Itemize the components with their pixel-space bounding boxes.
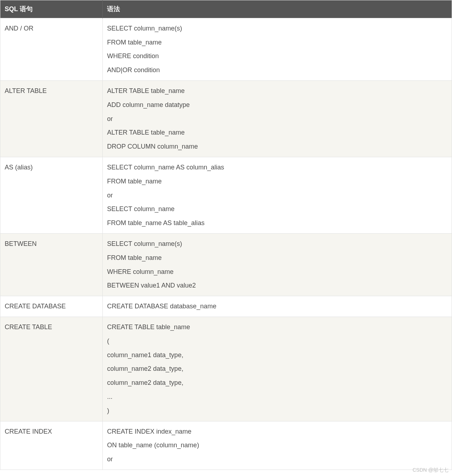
syntax-cell: CREATE TABLE table_name(column_name1 dat… [103,317,452,421]
syntax-line: ) [107,406,447,416]
statement-cell: ALTER TABLE [0,80,103,157]
statement-cell: BETWEEN [0,233,103,296]
syntax-line: ADD column_name datatype [107,100,447,110]
syntax-cell: SELECT column_name AS column_aliasFROM t… [103,157,452,233]
statement-cell: AS (alias) [0,157,103,233]
syntax-cell: SELECT column_name(s)FROM table_nameWHER… [103,233,452,296]
syntax-line: column_name1 data_type, [107,350,447,360]
syntax-cell: SELECT column_name(s)FROM table_nameWHER… [103,18,452,80]
syntax-line: ( [107,336,447,346]
sql-reference-table-container: SQL 语句 语法 AND / ORSELECT column_name(s)F… [0,0,452,470]
syntax-line: ... [107,392,447,402]
table-row: AS (alias)SELECT column_name AS column_a… [0,157,452,233]
statement-cell: CREATE DATABASE [0,296,103,317]
syntax-line: FROM table_name [107,176,447,187]
syntax-cell: CREATE DATABASE database_name [103,296,452,317]
syntax-line: SELECT column_name(s) [107,239,447,249]
syntax-line: column_name2 data_type, [107,364,447,374]
syntax-line: SELECT column_name [107,204,447,214]
table-row: CREATE DATABASECREATE DATABASE database_… [0,296,452,317]
syntax-cell: CREATE INDEX index_nameON table_name (co… [103,421,452,470]
syntax-line: CREATE TABLE table_name [107,322,447,332]
table-row: CREATE INDEXCREATE INDEX index_nameON ta… [0,421,452,470]
syntax-line: FROM table_name [107,253,447,263]
syntax-line: CREATE INDEX index_name [107,426,447,437]
syntax-line: FROM table_name AS table_alias [107,218,447,228]
syntax-line: DROP COLUMN column_name [107,141,447,152]
syntax-line: FROM table_name [107,37,447,48]
syntax-cell: ALTER TABLE table_nameADD column_name da… [103,80,452,157]
syntax-line: or [107,114,447,124]
syntax-line: column_name2 data_type, [107,378,447,388]
syntax-line: WHERE column_name [107,267,447,277]
syntax-line: AND|OR condition [107,65,447,75]
syntax-line: CREATE DATABASE database_name [107,301,447,312]
table-row: ALTER TABLEALTER TABLE table_nameADD col… [0,80,452,157]
syntax-line: SELECT column_name(s) [107,23,447,34]
syntax-line: ALTER TABLE table_name [107,86,447,96]
table-row: AND / ORSELECT column_name(s)FROM table_… [0,18,452,80]
statement-cell: CREATE TABLE [0,317,103,421]
table-header-row: SQL 语句 语法 [0,0,452,18]
syntax-line: SELECT column_name AS column_alias [107,162,447,173]
table-row: BETWEENSELECT column_name(s)FROM table_n… [0,233,452,296]
table-row: CREATE TABLECREATE TABLE table_name(colu… [0,317,452,421]
header-syntax: 语法 [103,0,452,18]
header-statement: SQL 语句 [0,0,103,18]
table-body: AND / ORSELECT column_name(s)FROM table_… [0,18,452,470]
syntax-line: or [107,190,447,201]
syntax-line: BETWEEN value1 AND value2 [107,280,447,291]
sql-reference-table: SQL 语句 语法 AND / ORSELECT column_name(s)F… [0,0,452,470]
syntax-line: WHERE condition [107,51,447,61]
statement-cell: AND / OR [0,18,103,80]
statement-cell: CREATE INDEX [0,421,103,470]
syntax-line: ON table_name (column_name) [107,440,447,451]
syntax-line: or [107,454,447,465]
syntax-line: ALTER TABLE table_name [107,127,447,138]
